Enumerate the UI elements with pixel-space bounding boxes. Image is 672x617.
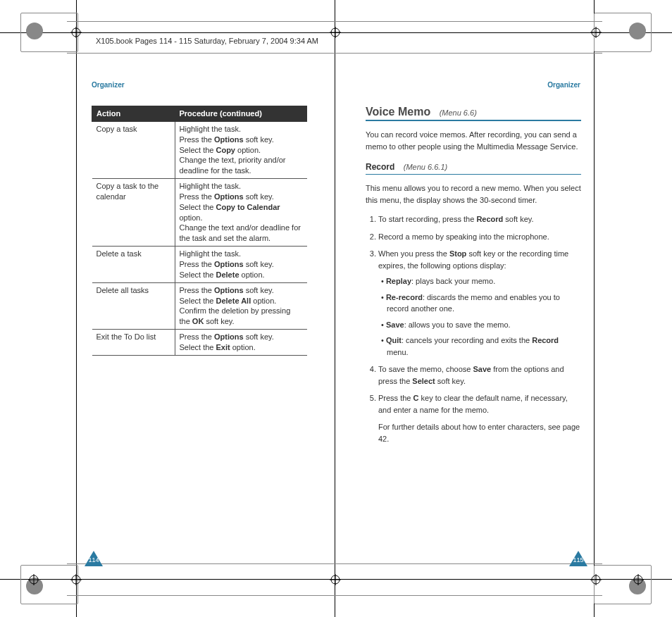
crosshair-icon [590, 574, 602, 585]
page-header-left: Organizer [92, 81, 125, 89]
section-rule [366, 120, 581, 121]
crosshair-icon [330, 27, 341, 38]
cell-action: Copy a task to the calendar [92, 179, 175, 247]
crosshair-icon [70, 27, 82, 38]
cell-procedure: Highlight the task.Press the Options sof… [175, 247, 307, 283]
cell-action: Delete all tasks [92, 282, 175, 329]
table-row: Delete all tasksPress the Options soft k… [92, 282, 307, 329]
opt-replay: Replay: plays back your memo. [381, 275, 581, 287]
th-action: Action [92, 106, 175, 122]
table-row: Delete a taskHighlight the task.Press th… [92, 247, 307, 283]
cell-action: Delete a task [92, 247, 175, 283]
page-header-right: Organizer [547, 81, 580, 89]
sub-rule [366, 174, 581, 175]
opt-rerecord: Re-record: discards the memo and enables… [381, 292, 581, 315]
page-num-right: 115 [572, 556, 585, 563]
table-row: Copy a task to the calendarHighlight the… [92, 179, 307, 247]
menu-ref-661: (Menu 6.6.1) [404, 163, 447, 171]
intro-text: You can record voice memos. After record… [366, 129, 581, 152]
left-page: Action Procedure (continued) Copy a task… [92, 106, 307, 356]
options-list: Replay: plays back your memo. Re-record:… [378, 275, 581, 358]
th-proc-label: Procedure [180, 109, 218, 118]
right-page: Voice Memo (Menu 6.6) You can record voi… [366, 106, 581, 450]
cell-procedure: Highlight the task.Press the Options sof… [175, 179, 307, 247]
crop-line-v3 [594, 0, 595, 617]
page-num-triangle-left: 114 [85, 551, 103, 566]
subsection-heading-record: Record [366, 162, 394, 172]
opt-save: Save: allows you to save the memo. [381, 319, 581, 331]
cell-procedure: Press the Options soft key.Select the De… [175, 282, 307, 329]
section-heading-voice-memo: Voice Memo [366, 106, 430, 118]
step-4: To save the memo, choose Save from the o… [378, 363, 581, 387]
step-2: Record a memo by speaking into the micro… [378, 231, 581, 243]
menu-ref-66: (Menu 6.6) [440, 108, 477, 117]
footnote-text: For further details about how to enter c… [378, 421, 581, 444]
svg-point-1 [629, 23, 646, 39]
crosshair-icon [70, 574, 82, 585]
cell-action: Copy a task [92, 121, 175, 178]
page-num-triangle-right: 115 [569, 551, 587, 566]
cell-procedure: Highlight the task.Press the Options sof… [175, 121, 307, 178]
page-num-left: 114 [87, 556, 100, 563]
crosshair-icon [590, 27, 602, 38]
steps-list: To start recording, press the Record sof… [366, 213, 581, 444]
starburst-icon [25, 21, 44, 41]
opt-quit: Quit: cancels your recording and exits t… [381, 335, 581, 358]
step-3: When you press the Stop soft key or the … [378, 248, 581, 358]
step-5: Press the C key to clear the default nam… [378, 392, 581, 444]
svg-point-0 [26, 23, 43, 39]
step-5-text: Press the C key to clear the default nam… [378, 394, 568, 414]
th-proc-cont: (continued) [218, 109, 262, 118]
cell-action: Exit the To Do list [92, 330, 175, 356]
step-3-text: When you press the Stop soft key or the … [378, 249, 568, 270]
step-1: To start recording, press the Record sof… [378, 213, 581, 225]
file-header-text: X105.book Pages 114 - 115 Saturday, Febr… [96, 37, 318, 45]
sub-intro-text: This menu allows you to record a new mem… [366, 182, 581, 206]
crop-line-v1 [76, 0, 77, 617]
th-procedure: Procedure (continued) [175, 106, 307, 122]
crosshair-icon [633, 574, 644, 585]
table-row: Copy a taskHighlight the task.Press the … [92, 121, 307, 178]
crosshair-icon [28, 574, 39, 585]
crosshair-icon [330, 574, 341, 585]
starburst-icon [628, 21, 647, 41]
cell-procedure: Press the Options soft key.Select the Ex… [175, 330, 307, 356]
table-row: Exit the To Do listPress the Options sof… [92, 330, 307, 356]
procedure-table: Action Procedure (continued) Copy a task… [92, 106, 307, 356]
crop-line-v2 [335, 0, 335, 617]
